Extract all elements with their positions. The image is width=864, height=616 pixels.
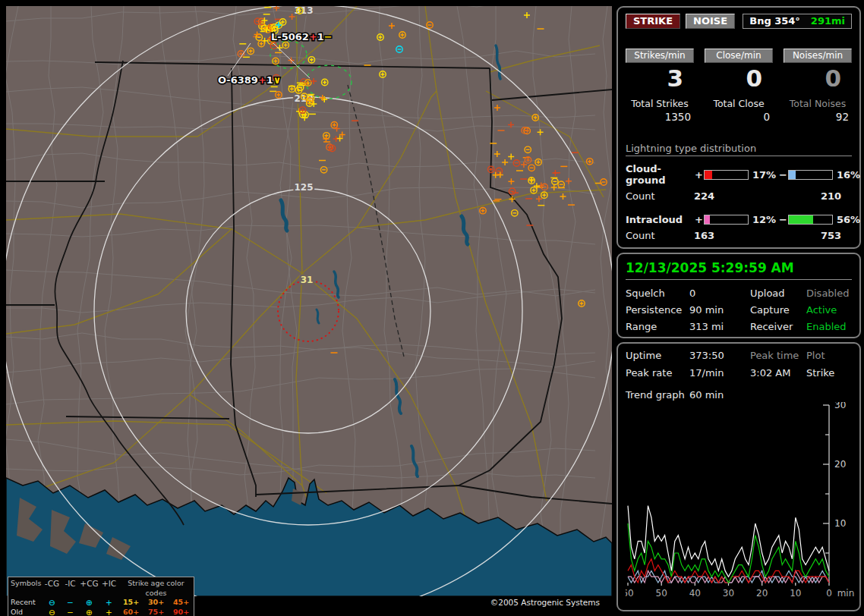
cg-minus-recent-icon: ⊖ xyxy=(43,598,61,608)
age-code-30: 30+ xyxy=(143,598,169,608)
age-code-90: 90+ xyxy=(169,608,194,616)
svg-text:min: min xyxy=(837,588,855,599)
ic-plus-bar xyxy=(704,215,749,225)
ic-minus-percent: 56% xyxy=(833,214,860,225)
strike-mode-button[interactable]: STRIKE xyxy=(626,14,680,29)
noise-mode-button[interactable]: NOISE xyxy=(686,14,735,29)
trend-panel: Uptime 373:50 Peak time Plot Peak rate 1… xyxy=(616,342,861,611)
legend-col-ic-plus: +IC xyxy=(99,579,118,598)
capture-label: Capture xyxy=(750,304,806,316)
cg-plus-bar xyxy=(704,170,749,180)
legend-row-old-label: Old xyxy=(11,608,43,616)
close-per-min-header[interactable]: Close/min xyxy=(705,49,773,63)
ic-plus-recent-icon: + xyxy=(99,598,118,608)
legend-symbols-header: Symbols xyxy=(11,579,43,598)
trend-graph-window: 60 min xyxy=(689,389,852,401)
status-panel: 12/13/2025 5:29:59 AM Squelch 0 Upload D… xyxy=(616,253,861,338)
legend-col-cg-plus: +CG xyxy=(79,579,99,598)
ic-minus-recent-icon: − xyxy=(61,598,79,608)
strikes-per-min-header[interactable]: Strikes/min xyxy=(626,49,694,63)
plus-sign: + xyxy=(694,214,704,225)
datetime-display: 12/13/2025 5:29:59 AM xyxy=(626,260,852,280)
ic-plus-percent: 12% xyxy=(749,214,778,225)
total-close-label: Total Close xyxy=(705,98,773,109)
squelch-value: 0 xyxy=(689,288,750,299)
bearing-display: Bng 354°291mi xyxy=(743,14,852,29)
plus-sign: + xyxy=(694,169,704,181)
svg-text:10: 10 xyxy=(834,518,846,529)
uptime-label: Uptime xyxy=(626,350,689,361)
plot-value: Strike xyxy=(806,367,852,379)
svg-text:125: 125 xyxy=(294,182,313,193)
total-strikes-value: 1350 xyxy=(626,111,694,123)
cg-minus-percent: 16% xyxy=(833,169,860,181)
ic-minus-bar xyxy=(788,215,833,225)
total-noises-label: Total Noises xyxy=(784,98,852,109)
legend-col-cg-minus: -CG xyxy=(43,579,61,598)
bearing-value: Bng 354° xyxy=(749,15,800,27)
svg-text:20: 20 xyxy=(834,459,846,470)
ic-count-label: Count xyxy=(626,230,694,241)
cg-minus-count: 210 xyxy=(821,190,852,202)
total-close-value: 0 xyxy=(705,111,773,123)
svg-text:40: 40 xyxy=(689,588,701,599)
distribution-title: Lightning type distribution xyxy=(626,143,852,156)
plot-header: Plot xyxy=(806,350,852,361)
cg-plus-count: 224 xyxy=(694,190,749,202)
svg-text:10: 10 xyxy=(790,588,801,599)
cg-plus-percent: 17% xyxy=(749,169,778,181)
cg-minus-bar xyxy=(788,170,833,180)
total-noises-value: 92 xyxy=(784,111,852,123)
ic-plus-count: 163 xyxy=(694,230,749,241)
trend-graph: 1020306050403020100min xyxy=(626,402,859,601)
svg-text:O-6389+1∨: O-6389+1∨ xyxy=(218,74,281,86)
trend-graph-label: Trend graph xyxy=(626,389,689,401)
svg-text:30: 30 xyxy=(723,588,734,599)
peak-rate-value: 17/min xyxy=(689,367,750,379)
minus-sign: − xyxy=(778,169,788,181)
svg-text:50: 50 xyxy=(656,588,667,599)
uptime-value: 373:50 xyxy=(689,350,750,361)
total-strikes-label: Total Strikes xyxy=(626,98,694,109)
cg-minus-old-icon: ⊖ xyxy=(43,608,61,616)
ic-plus-old-icon: + xyxy=(99,608,118,616)
noises-per-min-header[interactable]: Noises/min xyxy=(784,49,852,63)
receiver-label: Receiver xyxy=(750,321,806,332)
cloud-ground-label: Cloud-ground xyxy=(626,163,694,186)
counters-panel: STRIKE NOISE Bng 354°291mi Strikes/min C… xyxy=(616,6,861,249)
range-label: Range xyxy=(626,321,689,332)
age-code-75: 75+ xyxy=(143,608,169,616)
legend-col-ic-minus: -IC xyxy=(61,579,79,598)
map-canvas[interactable]: 31321912531L-5062+1−O-6389+1∨ xyxy=(6,6,612,596)
legend-age-header: Strike age color codes xyxy=(118,579,194,598)
age-code-60: 60+ xyxy=(118,608,143,616)
strikes-per-min-value: 3 xyxy=(626,64,694,92)
capture-status: Active xyxy=(806,304,852,316)
persistence-label: Persistence xyxy=(626,304,689,316)
svg-text:31: 31 xyxy=(301,275,314,285)
svg-text:0: 0 xyxy=(826,588,832,599)
receiver-status: Enabled xyxy=(806,321,852,332)
legend-row-recent-label: Recent xyxy=(11,598,43,608)
svg-text:60: 60 xyxy=(626,588,634,599)
app-window: 31321912531L-5062+1−O-6389+1∨ ©2005 Astr… xyxy=(0,0,864,616)
intracloud-label: Intracloud xyxy=(626,214,694,225)
squelch-label: Squelch xyxy=(626,288,689,299)
lightning-map[interactable]: 31321912531L-5062+1−O-6389+1∨ ©2005 Astr… xyxy=(6,6,612,610)
peak-time-header: Peak time xyxy=(750,350,806,361)
cg-count-label: Count xyxy=(626,190,694,202)
noises-per-min-value: 0 xyxy=(784,64,852,92)
age-code-15: 15+ xyxy=(118,598,143,608)
upload-label: Upload xyxy=(750,288,806,299)
peak-time-value: 3:02 AM xyxy=(750,367,806,379)
bearing-range-value: 291mi xyxy=(811,15,845,27)
ic-minus-old-icon: − xyxy=(61,608,79,616)
age-code-45: 45+ xyxy=(169,598,194,608)
peak-rate-label: Peak rate xyxy=(626,367,689,379)
range-value: 313 mi xyxy=(689,321,750,332)
ic-minus-count: 753 xyxy=(821,230,852,241)
cg-plus-old-icon: ⊕ xyxy=(79,608,99,616)
persistence-value: 90 min xyxy=(689,304,750,316)
svg-text:L-5062+1−: L-5062+1− xyxy=(271,31,333,42)
cg-plus-recent-icon: ⊕ xyxy=(79,598,99,608)
